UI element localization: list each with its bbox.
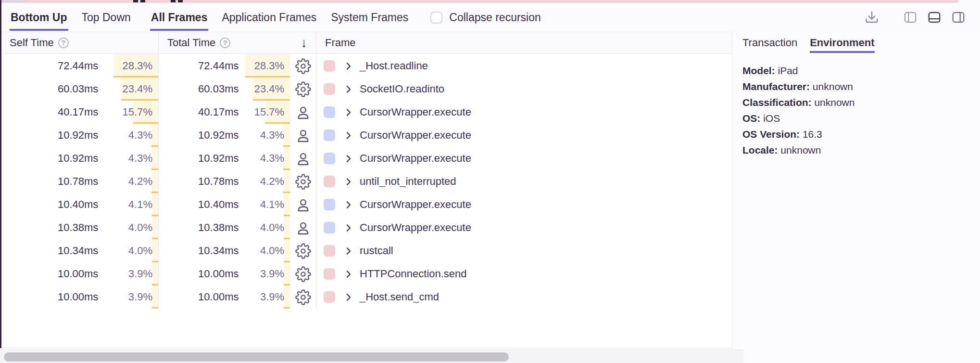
tab-top-down[interactable]: Top Down [82, 3, 131, 32]
frame-cell: HTTPConnection.send [316, 262, 732, 285]
table-row[interactable]: 10.00ms 3.9% 10.00ms 3.9% _Host.send_cmd [0, 285, 732, 309]
chevron-right-icon[interactable] [343, 246, 353, 256]
chevron-right-icon[interactable] [343, 154, 353, 164]
total-percent-cell: 23.4% [240, 78, 290, 101]
details-side-panel: TransactionEnvironment Model: iPadManufa… [732, 32, 980, 363]
help-icon[interactable]: ? [58, 38, 69, 48]
sort-descending-icon[interactable]: ↓ [301, 36, 308, 51]
total-time-value: 10.40ms [159, 193, 240, 216]
tab-all-frames[interactable]: All Frames [151, 3, 208, 32]
tab-system-frames[interactable]: System Frames [331, 3, 408, 32]
side-panel-tabs: TransactionEnvironment [732, 32, 980, 54]
self-time-value: 40.17ms [0, 101, 100, 124]
horizontal-scrollbar[interactable] [0, 350, 743, 363]
collapse-recursion-checkbox[interactable] [430, 12, 442, 24]
minimap-mark [171, 0, 176, 2]
self-time-cell: 10.00ms 3.9% [0, 285, 159, 309]
download-icon[interactable] [864, 9, 880, 26]
frame-color-chip [324, 83, 335, 95]
total-percent-cell: 4.3% [240, 124, 290, 147]
self-percent-cell: 28.3% [100, 54, 158, 78]
chevron-right-icon[interactable] [343, 223, 353, 233]
table-row[interactable]: 10.34ms 4.0% 10.34ms 4.0% rustcall [0, 239, 732, 262]
table-row[interactable]: 10.78ms 4.2% 10.78ms 4.2% until_not_inte… [0, 170, 732, 193]
tab-bottom-up[interactable]: Bottom Up [11, 3, 67, 32]
self-time-label: Self Time [10, 37, 54, 49]
total-time-cell: 10.78ms 4.2% [159, 170, 316, 193]
total-percent-value: 4.3% [260, 147, 284, 170]
table-row[interactable]: 10.38ms 4.0% 10.38ms 4.0% CursorWrapper.… [0, 216, 732, 239]
percent-bar-bg [284, 262, 290, 285]
chevron-right-icon[interactable] [343, 177, 353, 187]
chevron-right-icon[interactable] [343, 292, 353, 302]
table-row[interactable]: 72.44ms 28.3% 72.44ms 28.3% _Host.readli… [0, 54, 732, 78]
chevron-right-icon[interactable] [343, 269, 353, 279]
percent-bar-bg [284, 193, 290, 216]
total-percent-cell: 4.2% [240, 170, 290, 193]
gear-icon [290, 78, 316, 101]
self-percent-value: 4.3% [128, 124, 152, 147]
side-tab-environment[interactable]: Environment [810, 32, 874, 54]
percent-bar-bg [152, 262, 158, 285]
environment-details: Model: iPadManufacturer: unknownClassifi… [732, 54, 980, 158]
percent-bar-bg [284, 239, 290, 262]
total-time-cell: 40.17ms 15.7% [159, 101, 316, 124]
total-time-value: 10.78ms [159, 170, 240, 193]
percent-bar-bg [151, 170, 158, 193]
table-row[interactable]: 60.03ms 23.4% 60.03ms 23.4% SocketIO.rea… [0, 78, 732, 101]
chevron-right-icon[interactable] [343, 107, 353, 117]
self-time-cell: 10.92ms 4.3% [0, 124, 159, 147]
total-percent-value: 3.9% [260, 285, 284, 309]
toolbar-icons [864, 9, 980, 26]
chevron-right-icon[interactable] [343, 200, 353, 210]
user-icon [290, 193, 316, 216]
chevron-right-icon[interactable] [343, 61, 353, 71]
layout-right-icon[interactable] [950, 9, 967, 26]
total-percent-value: 4.0% [260, 239, 284, 262]
table-row[interactable]: 10.92ms 4.3% 10.92ms 4.3% CursorWrapper.… [0, 124, 732, 147]
percent-bar-bg [283, 170, 290, 193]
frame-cell: SocketIO.readinto [316, 78, 732, 101]
chevron-right-icon[interactable] [343, 130, 353, 141]
self-time-cell: 10.92ms 4.3% [0, 147, 159, 170]
side-tab-transaction[interactable]: Transaction [742, 32, 797, 54]
table-row[interactable]: 40.17ms 15.7% 40.17ms 15.7% CursorWrappe… [0, 101, 732, 124]
frame-name: _Host.readline [360, 60, 428, 72]
frame-name: HTTPConnection.send [360, 268, 467, 280]
gear-icon [290, 170, 316, 193]
frame-cell: rustcall [316, 239, 732, 262]
table-row[interactable]: 10.00ms 3.9% 10.00ms 3.9% HTTPConnection… [0, 262, 732, 285]
table-row[interactable]: 10.40ms 4.1% 10.40ms 4.1% CursorWrapper.… [0, 193, 732, 216]
toolbar: Bottom UpTop Down All FramesApplication … [0, 3, 980, 32]
frame-name: CursorWrapper.execute [360, 152, 471, 165]
self-time-value: 10.92ms [0, 124, 100, 147]
self-percent-cell: 4.3% [100, 124, 158, 147]
percent-bar [152, 307, 158, 309]
frame-color-chip [324, 245, 335, 257]
frame-cell: CursorWrapper.execute [316, 124, 732, 147]
self-percent-cell: 4.2% [100, 170, 158, 193]
column-header-self-time[interactable]: Self Time ? [0, 32, 159, 53]
self-time-cell: 10.34ms 4.0% [0, 239, 159, 262]
user-icon [290, 147, 316, 170]
chevron-right-icon[interactable] [343, 84, 353, 94]
layout-bottom-icon[interactable] [926, 9, 942, 26]
total-time-value: 10.00ms [159, 285, 240, 309]
percent-bar-bg [284, 216, 290, 239]
frame-cell: until_not_interrupted [316, 170, 732, 193]
tab-application-frames[interactable]: Application Frames [222, 3, 316, 32]
view-and-filter-tabs: Bottom UpTop Down All FramesApplication … [0, 3, 541, 32]
frame-cell: CursorWrapper.execute [316, 101, 732, 124]
self-percent-cell: 4.1% [100, 193, 158, 216]
column-header-total-time[interactable]: Total Time ? ↓ [159, 32, 316, 53]
layout-left-icon[interactable] [902, 9, 918, 26]
table-row[interactable]: 10.92ms 4.3% 10.92ms 4.3% CursorWrapper.… [0, 147, 732, 170]
help-icon[interactable]: ? [220, 38, 230, 48]
table-body: 72.44ms 28.3% 72.44ms 28.3% _Host.readli… [0, 54, 732, 309]
scrollbar-thumb[interactable] [4, 352, 509, 362]
frame-cell: CursorWrapper.execute [316, 216, 732, 239]
column-header-frame[interactable]: Frame [316, 32, 732, 53]
total-time-value: 10.92ms [159, 147, 240, 170]
self-percent-value: 3.9% [128, 285, 152, 309]
gear-icon [290, 262, 316, 285]
